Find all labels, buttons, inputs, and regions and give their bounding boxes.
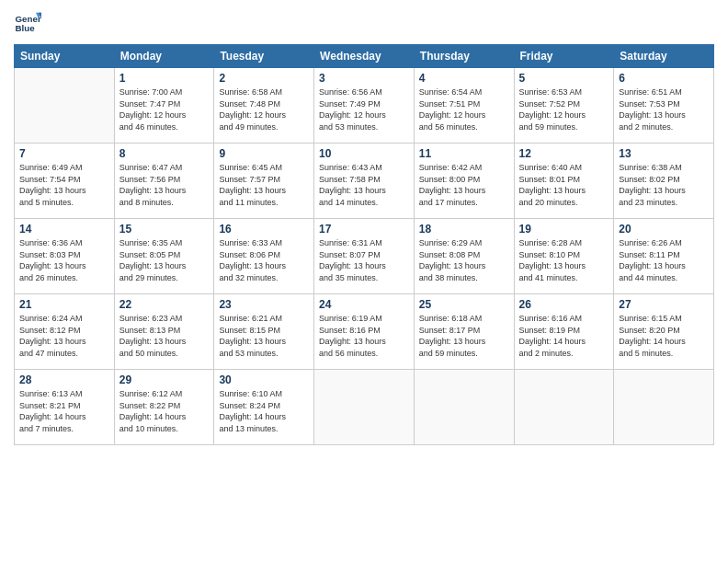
day-number: 11: [419, 147, 509, 160]
calendar-cell: 19Sunrise: 6:28 AM Sunset: 8:10 PM Dayli…: [514, 219, 614, 294]
logo: General Blue: [14, 9, 45, 37]
day-number: 24: [319, 298, 409, 311]
calendar-cell: 27Sunrise: 6:15 AM Sunset: 8:20 PM Dayli…: [614, 294, 714, 370]
day-info: Sunrise: 6:33 AM Sunset: 8:06 PM Dayligh…: [219, 237, 309, 283]
day-number: 15: [119, 223, 210, 236]
day-number: 28: [19, 373, 109, 386]
day-info: Sunrise: 7:00 AM Sunset: 7:47 PM Dayligh…: [119, 86, 210, 132]
day-info: Sunrise: 6:26 AM Sunset: 8:11 PM Dayligh…: [619, 237, 709, 283]
calendar-cell: 6Sunrise: 6:51 AM Sunset: 7:53 PM Daylig…: [614, 68, 714, 144]
day-number: 9: [219, 147, 309, 160]
day-number: 19: [519, 223, 609, 236]
calendar-table: SundayMondayTuesdayWednesdayThursdayFrid…: [14, 44, 714, 445]
week-row-4: 21Sunrise: 6:24 AM Sunset: 8:12 PM Dayli…: [15, 294, 714, 370]
calendar-cell: 15Sunrise: 6:35 AM Sunset: 8:05 PM Dayli…: [114, 219, 214, 294]
day-number: 14: [19, 223, 109, 236]
calendar-cell: 26Sunrise: 6:16 AM Sunset: 8:19 PM Dayli…: [514, 294, 614, 370]
week-row-2: 7Sunrise: 6:49 AM Sunset: 7:54 PM Daylig…: [15, 144, 714, 219]
day-number: 21: [19, 298, 109, 311]
week-row-5: 28Sunrise: 6:13 AM Sunset: 8:21 PM Dayli…: [15, 370, 714, 445]
day-info: Sunrise: 6:28 AM Sunset: 8:10 PM Dayligh…: [519, 237, 609, 283]
day-info: Sunrise: 6:42 AM Sunset: 8:00 PM Dayligh…: [419, 162, 509, 208]
calendar-cell: [314, 370, 415, 445]
day-number: 1: [119, 72, 210, 85]
calendar-cell: 30Sunrise: 6:10 AM Sunset: 8:24 PM Dayli…: [214, 370, 314, 445]
calendar-cell: [514, 370, 614, 445]
day-number: 18: [419, 223, 509, 236]
day-number: 22: [119, 298, 210, 311]
weekday-header-thursday: Thursday: [414, 45, 514, 68]
calendar-cell: 1Sunrise: 7:00 AM Sunset: 7:47 PM Daylig…: [114, 68, 214, 144]
day-info: Sunrise: 6:12 AM Sunset: 8:22 PM Dayligh…: [119, 388, 210, 434]
day-number: 10: [319, 147, 409, 160]
weekday-header-monday: Monday: [114, 45, 214, 68]
calendar-cell: 24Sunrise: 6:19 AM Sunset: 8:16 PM Dayli…: [314, 294, 415, 370]
calendar-cell: 10Sunrise: 6:43 AM Sunset: 7:58 PM Dayli…: [314, 144, 415, 219]
day-info: Sunrise: 6:43 AM Sunset: 7:58 PM Dayligh…: [319, 162, 409, 208]
calendar-cell: 14Sunrise: 6:36 AM Sunset: 8:03 PM Dayli…: [15, 219, 115, 294]
day-number: 16: [219, 223, 309, 236]
day-number: 13: [619, 147, 709, 160]
calendar-cell: 13Sunrise: 6:38 AM Sunset: 8:02 PM Dayli…: [614, 144, 714, 219]
day-number: 30: [219, 373, 309, 386]
calendar-cell: 23Sunrise: 6:21 AM Sunset: 8:15 PM Dayli…: [214, 294, 314, 370]
day-info: Sunrise: 6:19 AM Sunset: 8:16 PM Dayligh…: [319, 313, 409, 359]
calendar-cell: 16Sunrise: 6:33 AM Sunset: 8:06 PM Dayli…: [214, 219, 314, 294]
weekday-header-wednesday: Wednesday: [314, 45, 415, 68]
calendar-cell: 22Sunrise: 6:23 AM Sunset: 8:13 PM Dayli…: [114, 294, 214, 370]
day-info: Sunrise: 6:29 AM Sunset: 8:08 PM Dayligh…: [419, 237, 509, 283]
day-info: Sunrise: 6:38 AM Sunset: 8:02 PM Dayligh…: [619, 162, 709, 208]
calendar-cell: 12Sunrise: 6:40 AM Sunset: 8:01 PM Dayli…: [514, 144, 614, 219]
day-info: Sunrise: 6:45 AM Sunset: 7:57 PM Dayligh…: [219, 162, 309, 208]
day-info: Sunrise: 6:10 AM Sunset: 8:24 PM Dayligh…: [219, 388, 309, 434]
calendar-page: General Blue SundayMondayTuesdayWednesda…: [0, 0, 728, 454]
day-info: Sunrise: 6:56 AM Sunset: 7:49 PM Dayligh…: [319, 86, 409, 132]
week-row-3: 14Sunrise: 6:36 AM Sunset: 8:03 PM Dayli…: [15, 219, 714, 294]
day-number: 17: [319, 223, 409, 236]
calendar-cell: 25Sunrise: 6:18 AM Sunset: 8:17 PM Dayli…: [414, 294, 514, 370]
day-info: Sunrise: 6:51 AM Sunset: 7:53 PM Dayligh…: [619, 86, 709, 132]
day-number: 20: [619, 223, 709, 236]
header: General Blue: [14, 9, 714, 37]
calendar-cell: 18Sunrise: 6:29 AM Sunset: 8:08 PM Dayli…: [414, 219, 514, 294]
day-info: Sunrise: 6:49 AM Sunset: 7:54 PM Dayligh…: [19, 162, 109, 208]
day-info: Sunrise: 6:21 AM Sunset: 8:15 PM Dayligh…: [219, 313, 309, 359]
day-info: Sunrise: 6:35 AM Sunset: 8:05 PM Dayligh…: [119, 237, 210, 283]
calendar-cell: 7Sunrise: 6:49 AM Sunset: 7:54 PM Daylig…: [15, 144, 115, 219]
day-number: 23: [219, 298, 309, 311]
day-info: Sunrise: 6:24 AM Sunset: 8:12 PM Dayligh…: [19, 313, 109, 359]
weekday-header-tuesday: Tuesday: [214, 45, 314, 68]
calendar-cell: 8Sunrise: 6:47 AM Sunset: 7:56 PM Daylig…: [114, 144, 214, 219]
svg-text:Blue: Blue: [16, 23, 36, 33]
weekday-header-friday: Friday: [514, 45, 614, 68]
day-number: 5: [519, 72, 609, 85]
day-number: 8: [119, 147, 210, 160]
calendar-cell: 11Sunrise: 6:42 AM Sunset: 8:00 PM Dayli…: [414, 144, 514, 219]
weekday-header-row: SundayMondayTuesdayWednesdayThursdayFrid…: [15, 45, 714, 68]
day-info: Sunrise: 6:15 AM Sunset: 8:20 PM Dayligh…: [619, 313, 709, 359]
day-number: 7: [19, 147, 109, 160]
calendar-cell: 20Sunrise: 6:26 AM Sunset: 8:11 PM Dayli…: [614, 219, 714, 294]
weekday-header-sunday: Sunday: [15, 45, 115, 68]
logo-icon: General Blue: [14, 9, 41, 37]
calendar-cell: [15, 68, 115, 144]
day-info: Sunrise: 6:18 AM Sunset: 8:17 PM Dayligh…: [419, 313, 509, 359]
day-info: Sunrise: 6:47 AM Sunset: 7:56 PM Dayligh…: [119, 162, 210, 208]
day-info: Sunrise: 6:54 AM Sunset: 7:51 PM Dayligh…: [419, 86, 509, 132]
day-info: Sunrise: 6:23 AM Sunset: 8:13 PM Dayligh…: [119, 313, 210, 359]
day-info: Sunrise: 6:16 AM Sunset: 8:19 PM Dayligh…: [519, 313, 609, 359]
day-number: 27: [619, 298, 709, 311]
day-number: 2: [219, 72, 309, 85]
day-number: 26: [519, 298, 609, 311]
calendar-cell: 2Sunrise: 6:58 AM Sunset: 7:48 PM Daylig…: [214, 68, 314, 144]
day-info: Sunrise: 6:40 AM Sunset: 8:01 PM Dayligh…: [519, 162, 609, 208]
day-number: 25: [419, 298, 509, 311]
day-number: 4: [419, 72, 509, 85]
calendar-cell: 28Sunrise: 6:13 AM Sunset: 8:21 PM Dayli…: [15, 370, 115, 445]
day-number: 6: [619, 72, 709, 85]
calendar-cell: 5Sunrise: 6:53 AM Sunset: 7:52 PM Daylig…: [514, 68, 614, 144]
calendar-cell: 3Sunrise: 6:56 AM Sunset: 7:49 PM Daylig…: [314, 68, 415, 144]
day-number: 12: [519, 147, 609, 160]
day-info: Sunrise: 6:58 AM Sunset: 7:48 PM Dayligh…: [219, 86, 309, 132]
calendar-cell: 21Sunrise: 6:24 AM Sunset: 8:12 PM Dayli…: [15, 294, 115, 370]
